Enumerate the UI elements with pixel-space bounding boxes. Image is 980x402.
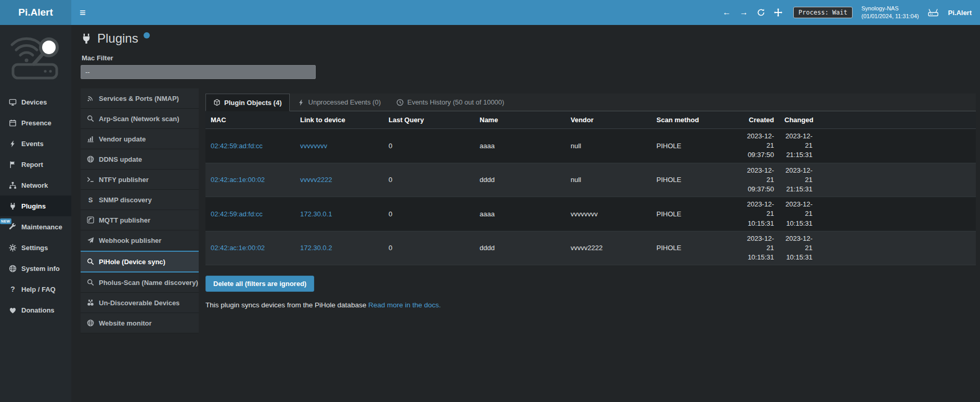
device-link[interactable]: vvvvv2222: [300, 176, 332, 184]
cell-link: 172.30.0.1: [295, 197, 383, 231]
plugin-nav-label: Un-Discoverable Devices: [99, 299, 179, 307]
table-row: 02:42:59:ad:fd:cc vvvvvvvv 0 aaaa null P…: [205, 129, 976, 163]
router-icon: [927, 8, 939, 17]
cell-scan-method: PIHOLE: [651, 197, 739, 231]
content-columns: Services & Ports (NMAP) Arp-Scan (Networ…: [81, 88, 980, 333]
sidebar-item-label: Settings: [21, 244, 48, 252]
cell-link: vvvvvvvv: [295, 129, 383, 163]
device-link[interactable]: 172.30.0.1: [300, 210, 332, 218]
sidebar-item-report[interactable]: Report: [0, 154, 71, 175]
sidebar-item-help-faq[interactable]: ? Help / FAQ: [0, 279, 71, 300]
tab-unprocessed-events[interactable]: Unprocessed Events (0): [290, 94, 389, 111]
cell-scan-method: PIHOLE: [651, 231, 739, 265]
plugin-nav-item-pholus-scan[interactable]: Pholus-Scan (Name discovery): [81, 273, 199, 293]
plugin-nav-item-nmap[interactable]: Services & Ports (NMAP): [81, 88, 199, 109]
plug-icon: [81, 33, 92, 44]
plugin-nav-item-mqtt-publisher[interactable]: MQTT publisher: [81, 210, 199, 230]
sidebar-item-plugins[interactable]: Plugins: [0, 196, 71, 216]
plugin-nav-item-pihole[interactable]: PiHole (Device sync): [81, 251, 199, 273]
globe-icon: [9, 265, 17, 273]
plugin-nav-label: MQTT publisher: [99, 216, 150, 224]
mac-link[interactable]: 02:42:ac:1e:00:02: [211, 244, 265, 252]
sidebar-item-label: Donations: [21, 306, 55, 314]
sidebar-item-donations[interactable]: Donations: [0, 300, 71, 320]
globe-icon: [87, 319, 94, 327]
sidebar-item-events[interactable]: Events: [0, 133, 71, 154]
col-filler: [818, 111, 976, 129]
mac-link[interactable]: 02:42:59:ad:fd:cc: [211, 142, 263, 150]
plugin-nav-item-webhook-publisher[interactable]: Webhook publisher: [81, 230, 199, 251]
sidebar-item-label: Network: [21, 181, 48, 189]
mac-link[interactable]: 02:42:59:ad:fd:cc: [211, 210, 263, 218]
cell-scan-method: PIHOLE: [651, 163, 739, 197]
top-bar: Pi.Alert ≡ ← → Process: Wait Synology-NA…: [0, 0, 980, 25]
terminal-icon: [87, 176, 94, 183]
mqtt-icon: [87, 216, 94, 224]
pialert-logo-art: [0, 25, 71, 92]
menu-icon[interactable]: ≡: [80, 7, 86, 18]
plugin-nav-item-snmp-discovery[interactable]: S SNMP discovery: [81, 190, 199, 210]
cell-link: 172.30.0.2: [295, 231, 383, 265]
process-status-badge: Process: Wait: [793, 7, 853, 18]
plugin-nav-item-arp-scan[interactable]: Arp-Scan (Network scan): [81, 109, 199, 129]
plugin-nav-item-ddns-update[interactable]: DDNS update: [81, 149, 199, 170]
table-row: 02:42:59:ad:fd:cc 172.30.0.1 0 aaaa vvvv…: [205, 197, 976, 231]
main-content: Plugins Mac Filter Services & Ports (NMA…: [71, 25, 980, 402]
cell-vendor: vvvvv2222: [565, 231, 651, 265]
cell-created: 2023-12-2110:15:31: [739, 197, 779, 231]
cell-mac: 02:42:59:ad:fd:cc: [205, 129, 295, 163]
sidebar-item-presence[interactable]: Presence: [0, 112, 71, 133]
sidebar-item-label: System info: [21, 265, 60, 273]
mac-filter-input[interactable]: [81, 65, 316, 79]
refresh-icon[interactable]: [757, 8, 765, 17]
cell-vendor: vvvvvvvv: [565, 197, 651, 231]
tab-label: Events History (50 out of 10000): [407, 98, 504, 106]
app-shell: Devices Presence Events Report Network P…: [0, 25, 980, 402]
plugin-nav-label: SNMP discovery: [99, 196, 152, 204]
col-mac: MAC: [205, 111, 295, 129]
app-logo[interactable]: Pi.Alert: [0, 0, 71, 25]
monitor-icon: [9, 98, 17, 106]
plugin-nav-label: Services & Ports (NMAP): [99, 95, 179, 102]
back-icon[interactable]: ←: [723, 8, 731, 17]
device-link[interactable]: 172.30.0.2: [300, 244, 332, 252]
docs-link[interactable]: Read more in the docs.: [368, 301, 441, 309]
tab-bar: Plugin Objects (4) Unprocessed Events (0…: [205, 94, 976, 111]
device-link[interactable]: vvvvvvvv: [300, 142, 327, 150]
tab-plugin-objects[interactable]: Plugin Objects (4): [205, 94, 290, 111]
plugin-nav-item-undiscoverable-devices[interactable]: Un-Discoverable Devices: [81, 293, 199, 313]
plugin-nav-item-website-monitor[interactable]: Website monitor: [81, 313, 199, 333]
cell-created: 2023-12-2110:15:31: [739, 231, 779, 265]
cell-last-query: 0: [383, 163, 474, 197]
paper-plane-icon: [87, 237, 94, 244]
cell-filler: [818, 231, 976, 265]
plugin-description-text: This plugin syncs devices from the PiHol…: [205, 301, 366, 309]
sidebar-item-network[interactable]: Network: [0, 175, 71, 196]
tab-events-history[interactable]: Events History (50 out of 10000): [389, 94, 512, 111]
user-menu[interactable]: Pi.Alert: [948, 9, 972, 17]
plugin-nav-label: DDNS update: [99, 155, 142, 163]
delete-all-button[interactable]: Delete all (filters are ignored): [205, 276, 314, 292]
cell-changed: 2023-12-2121:15:31: [779, 163, 818, 197]
forward-icon[interactable]: →: [740, 8, 748, 17]
col-vendor: Vendor: [565, 111, 651, 129]
sidebar-menu: Devices Presence Events Report Network P…: [0, 92, 71, 320]
plugin-nav-item-ntfy-publisher[interactable]: NTFY publisher: [81, 170, 199, 190]
plugin-detail-panel: Plugin Objects (4) Unprocessed Events (0…: [205, 94, 976, 333]
calendar-icon: [9, 119, 17, 127]
mac-link[interactable]: 02:42:ac:1e:00:02: [211, 176, 265, 184]
sidebar-item-maintenance[interactable]: NEW Maintenance: [0, 216, 71, 237]
plugin-description: This plugin syncs devices from the PiHol…: [205, 301, 976, 309]
move-icon[interactable]: [774, 8, 782, 17]
sidebar-item-settings[interactable]: Settings: [0, 237, 71, 258]
col-changed: Changed: [779, 111, 818, 129]
col-created: Created: [739, 111, 779, 129]
plugin-objects-table: MAC Link to device Last Query Name Vendo…: [205, 111, 976, 265]
sitemap-icon: [9, 181, 17, 189]
plugin-nav-item-vendor-update[interactable]: Vendor update: [81, 129, 199, 149]
sidebar-item-system-info[interactable]: System info: [0, 258, 71, 279]
mac-filter-label: Mac Filter: [81, 54, 980, 62]
info-badge[interactable]: [144, 32, 150, 38]
snmp-icon: S: [87, 196, 94, 204]
sidebar-item-devices[interactable]: Devices: [0, 92, 71, 112]
